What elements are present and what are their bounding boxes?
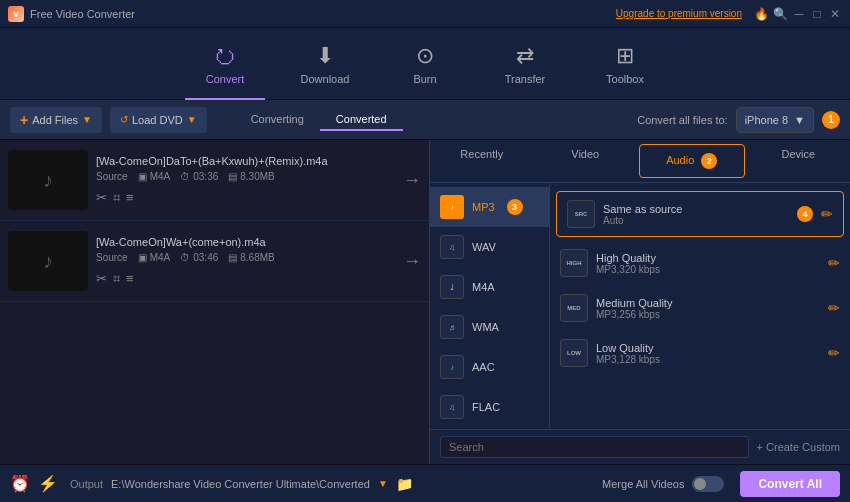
- convert-all-button[interactable]: Convert All: [740, 471, 840, 497]
- file-size: ▤ 8.68MB: [228, 252, 274, 263]
- toolbar: + Add Files ▼ ↺ Load DVD ▼ Converting Co…: [0, 100, 850, 140]
- toolbox-icon: ⊞: [616, 43, 634, 69]
- format-label: FLAC: [472, 401, 500, 413]
- file-size: ▤ 8.30MB: [228, 171, 274, 182]
- list-item[interactable]: HIGH High Quality MP3,320 kbps ✏: [550, 241, 850, 286]
- mp3-badge: 3: [507, 199, 523, 215]
- edit-icon[interactable]: ✏: [828, 255, 840, 271]
- wma-icon: ♬: [440, 315, 464, 339]
- close-button[interactable]: ✕: [828, 7, 842, 21]
- output-arrow-icon[interactable]: ▼: [378, 478, 388, 489]
- file-list: ♪ [Wa-ComeOn]DaTo+(Ba+Kxwuh)+(Remix).m4a…: [0, 140, 430, 464]
- convert-badge: 1: [822, 111, 840, 129]
- format-list: ♪ MP3 3 ♫ WAV ♩ M4A ♬ WMA ♪: [430, 183, 550, 429]
- settings-icon[interactable]: ≡: [126, 271, 134, 287]
- tab-device[interactable]: Device: [747, 140, 851, 182]
- list-item[interactable]: ♫ FLAC: [430, 387, 549, 427]
- nav-item-burn[interactable]: ⊙ Burn: [375, 28, 475, 100]
- load-dvd-arrow-icon: ▼: [187, 114, 197, 125]
- quality-name: Medium Quality: [596, 297, 820, 309]
- app-icon: V: [8, 6, 24, 22]
- bottom-bar: ⏰ ⚡ Output E:\Wondershare Video Converte…: [0, 464, 850, 502]
- file-name: [Wa-ComeOn]DaTo+(Ba+Kxwuh)+(Remix).m4a: [96, 155, 356, 167]
- list-item[interactable]: ♪ MP3 3: [430, 187, 549, 227]
- tab-audio[interactable]: Audio 2: [639, 144, 745, 178]
- quality-name: Same as source: [603, 203, 785, 215]
- list-item[interactable]: ♬ WMA: [430, 307, 549, 347]
- format-bottom: + Create Custom: [430, 429, 850, 464]
- settings-icon[interactable]: ≡: [126, 190, 134, 206]
- convert-arrow-icon: →: [403, 251, 421, 272]
- tab-recently[interactable]: Recently: [430, 140, 534, 182]
- add-files-arrow-icon: ▼: [82, 114, 92, 125]
- flame-icon: 🔥: [754, 7, 769, 21]
- file-info: [Wa-ComeOn]Wa+(come+on).m4a Source ▣ M4A…: [96, 236, 395, 287]
- search-input[interactable]: [440, 436, 749, 458]
- transfer-icon: ⇄: [516, 43, 534, 69]
- quality-medium-icon: MED: [560, 294, 588, 322]
- crop-icon[interactable]: ⌗: [113, 271, 120, 287]
- format-label: WAV: [472, 241, 496, 253]
- convert-target-arrow-icon: ▼: [794, 114, 805, 126]
- tab-converted[interactable]: Converted: [320, 109, 403, 131]
- title-bar-right: Upgrade to premium version 🔥 🔍 ─ □ ✕: [616, 7, 842, 21]
- nav-item-convert[interactable]: ⭮ Convert: [175, 28, 275, 100]
- file-name: [Wa-ComeOn]Wa+(come+on).m4a: [96, 236, 356, 248]
- file-actions: ✂ ⌗ ≡: [96, 271, 395, 287]
- merge-toggle[interactable]: [692, 476, 724, 492]
- quality-list: SRC Same as source Auto 4 ✏ HIGH High Qu…: [550, 183, 850, 429]
- file-source-label: Source: [96, 171, 128, 182]
- nav-item-download[interactable]: ⬇ Download: [275, 28, 375, 100]
- file-format: ▣ M4A: [138, 171, 171, 182]
- load-dvd-button[interactable]: ↺ Load DVD ▼: [110, 107, 207, 133]
- edit-icon[interactable]: ✏: [828, 300, 840, 316]
- quality-detail: MP3,320 kbps: [596, 264, 820, 275]
- tab-video[interactable]: Video: [534, 140, 638, 182]
- list-item[interactable]: SRC Same as source Auto 4 ✏: [556, 191, 844, 237]
- convert-arrow-icon: →: [403, 170, 421, 191]
- format-panel: Recently Video Audio 2 Device ♪ MP3 3: [430, 140, 850, 464]
- create-custom-button[interactable]: + Create Custom: [757, 441, 840, 453]
- title-bar: V Free Video Converter Upgrade to premiu…: [0, 0, 850, 28]
- edit-icon[interactable]: ✏: [828, 345, 840, 361]
- upgrade-link[interactable]: Upgrade to premium version: [616, 8, 742, 19]
- quality-source-icon: SRC: [567, 200, 595, 228]
- lightning-icon[interactable]: ⚡: [38, 474, 58, 493]
- cut-icon[interactable]: ✂: [96, 190, 107, 206]
- edit-icon[interactable]: ✏: [821, 206, 833, 222]
- m4a-icon: ♩: [440, 275, 464, 299]
- list-item[interactable]: ♩ M4A: [430, 267, 549, 307]
- quality-detail: MP3,128 kbps: [596, 354, 820, 365]
- format-label: AAC: [472, 361, 495, 373]
- nav-label-convert: Convert: [206, 73, 245, 85]
- search-icon[interactable]: 🔍: [773, 7, 788, 21]
- maximize-button[interactable]: □: [810, 7, 824, 21]
- clock-icon[interactable]: ⏰: [10, 474, 30, 493]
- file-thumbnail: ♪: [8, 150, 88, 210]
- nav-item-transfer[interactable]: ⇄ Transfer: [475, 28, 575, 100]
- file-meta: Source ▣ M4A ⏱ 03:36 ▤ 8.30MB: [96, 171, 395, 182]
- add-files-button[interactable]: + Add Files ▼: [10, 107, 102, 133]
- nav-item-toolbox[interactable]: ⊞ Toolbox: [575, 28, 675, 100]
- list-item[interactable]: ♫ WAV: [430, 227, 549, 267]
- list-item[interactable]: LOW Low Quality MP3,128 kbps ✏: [550, 331, 850, 376]
- quality-info: Medium Quality MP3,256 kbps: [596, 297, 820, 320]
- format-label: MP3: [472, 201, 495, 213]
- file-format: ▣ M4A: [138, 252, 171, 263]
- load-dvd-label: Load DVD: [132, 114, 183, 126]
- tab-group: Converting Converted: [235, 109, 403, 131]
- convert-target-selector[interactable]: iPhone 8 ▼: [736, 107, 814, 133]
- main-area: ♪ [Wa-ComeOn]DaTo+(Ba+Kxwuh)+(Remix).m4a…: [0, 140, 850, 464]
- wav-icon: ♫: [440, 235, 464, 259]
- list-item[interactable]: ♪ AAC: [430, 347, 549, 387]
- file-meta: Source ▣ M4A ⏱ 03:46 ▤ 8.68MB: [96, 252, 395, 263]
- file-duration: ⏱ 03:46: [180, 252, 218, 263]
- tab-converting[interactable]: Converting: [235, 109, 320, 131]
- title-bar-left: V Free Video Converter: [8, 6, 135, 22]
- cut-icon[interactable]: ✂: [96, 271, 107, 287]
- crop-icon[interactable]: ⌗: [113, 190, 120, 206]
- add-files-label: Add Files: [32, 114, 78, 126]
- minimize-button[interactable]: ─: [792, 7, 806, 21]
- list-item[interactable]: MED Medium Quality MP3,256 kbps ✏: [550, 286, 850, 331]
- folder-icon[interactable]: 📁: [396, 476, 413, 492]
